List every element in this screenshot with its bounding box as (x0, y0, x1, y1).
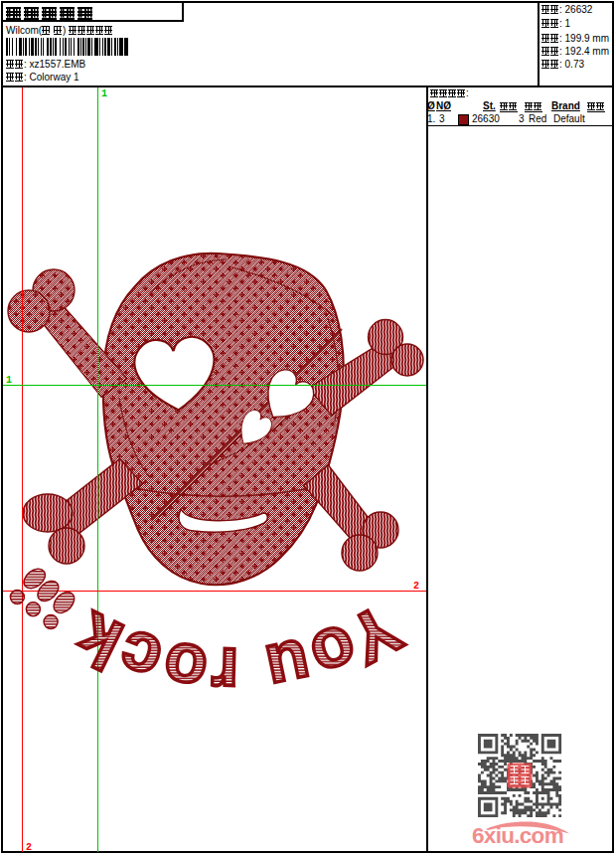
svg-text:1: 1 (101, 88, 107, 99)
svg-text:1: 1 (6, 375, 12, 386)
svg-text:2: 2 (413, 581, 419, 592)
svg-text:6xiu.com: 6xiu.com (472, 823, 563, 848)
svg-text:2: 2 (26, 842, 32, 853)
svg-text:You rock: You rock (64, 589, 413, 711)
